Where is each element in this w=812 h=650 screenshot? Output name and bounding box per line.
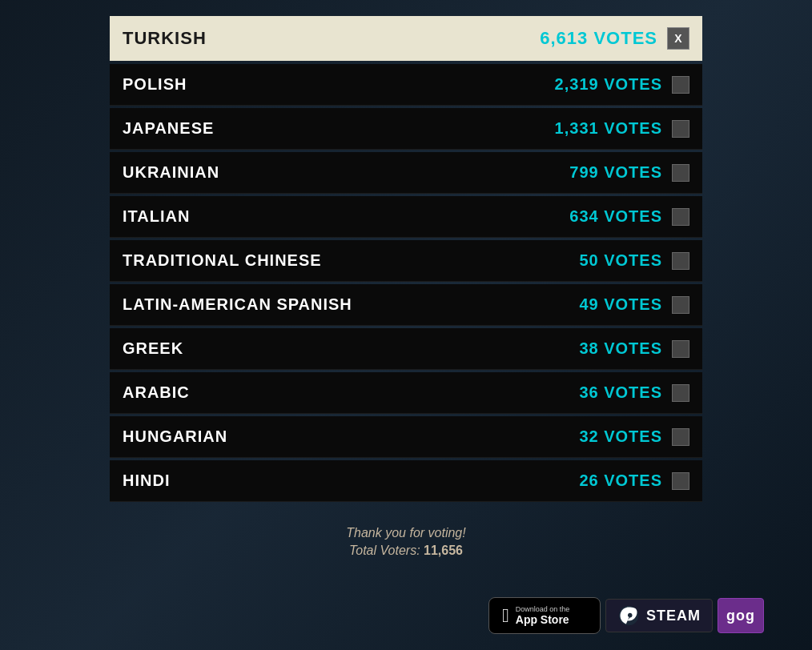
gog-badge[interactable]: gog	[718, 598, 764, 633]
votes-right: 26 VOTES	[579, 471, 689, 490]
vote-count: 32 VOTES	[579, 427, 662, 446]
votes-right: 634 VOTES	[569, 207, 689, 226]
table-row: LATIN-AMERICAN SPANISH 49 VOTES	[110, 284, 702, 326]
vote-checkbox[interactable]	[672, 76, 689, 94]
appstore-badge[interactable]:  Download on the App Store	[488, 597, 601, 634]
language-name: ARABIC	[123, 383, 190, 402]
gog-label: gog	[726, 608, 755, 624]
language-name: HINDI	[123, 471, 170, 490]
steam-label: STEAM	[646, 608, 701, 624]
thank-you-section: Thank you for voting! Total Voters: 11,6…	[346, 526, 465, 558]
close-button[interactable]: X	[667, 27, 689, 50]
vote-count: 2,319 VOTES	[555, 75, 662, 94]
vote-count: 49 VOTES	[579, 295, 662, 314]
vote-count: 26 VOTES	[579, 471, 662, 490]
total-label: Total Voters:	[349, 544, 420, 557]
vote-count: 634 VOTES	[569, 207, 662, 226]
vote-count: 1,331 VOTES	[555, 119, 662, 138]
vote-checkbox[interactable]	[672, 340, 689, 358]
vote-checkbox[interactable]	[672, 428, 689, 446]
steam-icon	[617, 604, 640, 627]
language-name: UKRAINIAN	[123, 163, 219, 182]
steam-badge[interactable]: STEAM	[605, 599, 713, 632]
vote-checkbox[interactable]	[672, 120, 689, 138]
table-row: JAPANESE 1,331 VOTES	[110, 108, 702, 150]
top-votes-right: 6,613 VOTES X	[540, 27, 689, 50]
appstore-small-text: Download on the	[516, 605, 570, 613]
appstore-text: Download on the App Store	[516, 605, 570, 626]
table-row: HINDI 26 VOTES	[110, 460, 702, 502]
votes-right: 799 VOTES	[569, 163, 689, 182]
table-row: POLISH 2,319 VOTES	[110, 64, 702, 106]
table-row: ITALIAN 634 VOTES	[110, 196, 702, 238]
table-row: GREEK 38 VOTES	[110, 328, 702, 370]
table-row: ARABIC 36 VOTES	[110, 372, 702, 414]
language-name: GREEK	[123, 339, 183, 358]
votes-right: 1,331 VOTES	[555, 119, 689, 138]
main-container: TURKISH 6,613 VOTES X POLISH 2,319 VOTES…	[110, 16, 702, 558]
appstore-big-text: App Store	[516, 613, 570, 626]
vote-list: POLISH 2,319 VOTES JAPANESE 1,331 VOTES …	[110, 64, 702, 502]
votes-right: 38 VOTES	[579, 339, 689, 358]
vote-checkbox[interactable]	[672, 164, 689, 182]
language-name: TRADITIONAL CHINESE	[123, 251, 322, 270]
footer-badges:  Download on the App Store STEAM gog	[488, 597, 764, 634]
votes-right: 49 VOTES	[579, 295, 689, 314]
language-name: POLISH	[123, 75, 187, 94]
vote-count: 36 VOTES	[579, 383, 662, 402]
vote-count: 799 VOTES	[569, 163, 662, 182]
vote-checkbox[interactable]	[672, 296, 689, 314]
table-row: TRADITIONAL CHINESE 50 VOTES	[110, 240, 702, 282]
vote-count: 38 VOTES	[579, 339, 662, 358]
table-row: HUNGARIAN 32 VOTES	[110, 416, 702, 458]
top-vote-count: 6,613 VOTES	[540, 28, 657, 49]
vote-count: 50 VOTES	[579, 251, 662, 270]
total-voters: Total Voters: 11,656	[346, 544, 465, 558]
apple-icon: 	[502, 604, 509, 627]
top-language-name: TURKISH	[123, 28, 207, 49]
table-row: UKRAINIAN 799 VOTES	[110, 152, 702, 194]
votes-right: 36 VOTES	[579, 383, 689, 402]
language-name: JAPANESE	[123, 119, 214, 138]
language-name: LATIN-AMERICAN SPANISH	[123, 295, 352, 314]
language-name: HUNGARIAN	[123, 427, 227, 446]
language-name: ITALIAN	[123, 207, 190, 226]
vote-checkbox[interactable]	[672, 208, 689, 226]
vote-checkbox[interactable]	[672, 252, 689, 270]
vote-checkbox[interactable]	[672, 472, 689, 490]
top-vote-row: TURKISH 6,613 VOTES X	[110, 16, 702, 61]
vote-checkbox[interactable]	[672, 384, 689, 402]
thank-you-message: Thank you for voting!	[346, 526, 465, 540]
votes-right: 2,319 VOTES	[555, 75, 689, 94]
votes-right: 50 VOTES	[579, 251, 689, 270]
votes-right: 32 VOTES	[579, 427, 689, 446]
total-value: 11,656	[424, 544, 463, 557]
